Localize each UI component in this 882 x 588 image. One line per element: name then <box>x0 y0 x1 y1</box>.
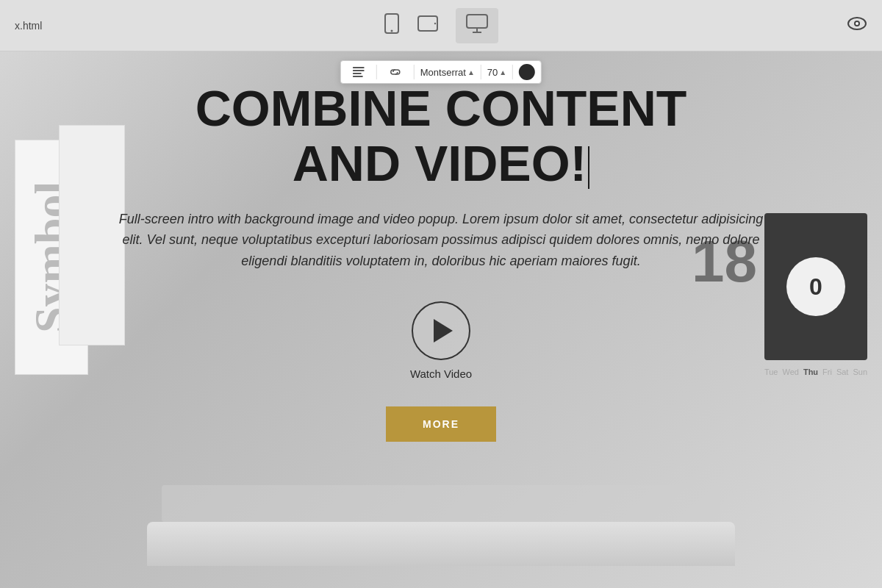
laptop-decoration <box>147 522 735 566</box>
font-name-label: Montserrat <box>420 67 466 78</box>
watch-video-label: Watch Video <box>410 368 472 380</box>
toolbar-divider-3 <box>481 65 481 79</box>
toolbar-divider-2 <box>414 65 415 79</box>
svg-point-9 <box>856 22 858 25</box>
hero-title-line1: COMBINE CONTENT <box>196 80 687 136</box>
hero-content: COMBINE CONTENT and VIDEO! Full-screen i… <box>0 81 882 442</box>
browser-device-icons <box>384 8 498 43</box>
hero-section: Symbol 18 0 Tue Wed Thu Fri Sat Sun <box>0 51 882 588</box>
browser-title: x.html <box>15 20 42 32</box>
more-button[interactable]: MORE <box>386 406 496 442</box>
text-cursor <box>588 146 589 189</box>
link-button[interactable] <box>383 64 408 80</box>
font-size-label: 70 <box>487 67 498 78</box>
eye-icon[interactable] <box>847 16 867 35</box>
font-selector[interactable]: Montserrat ▲ <box>420 67 475 78</box>
play-button[interactable] <box>412 301 470 360</box>
svg-rect-12 <box>353 73 362 74</box>
svg-rect-11 <box>353 70 365 71</box>
toolbar-divider-4 <box>512 65 513 79</box>
text-formatting-toolbar: Montserrat ▲ 70 ▲ <box>340 60 542 84</box>
size-arrow-icon: ▲ <box>499 68 506 76</box>
svg-rect-4 <box>467 15 487 28</box>
color-picker[interactable] <box>519 64 535 80</box>
toolbar-divider-1 <box>376 65 377 79</box>
hero-subtitle: Full-screen intro with background image … <box>110 209 772 272</box>
tablet-icon[interactable] <box>417 15 438 37</box>
font-arrow-icon: ▲ <box>467 68 475 76</box>
svg-rect-10 <box>353 67 365 68</box>
svg-point-3 <box>434 22 436 24</box>
svg-rect-13 <box>353 76 363 77</box>
align-button[interactable] <box>347 64 370 80</box>
mobile-icon[interactable] <box>384 13 400 38</box>
play-icon <box>434 319 453 343</box>
desktop-icon[interactable] <box>456 8 498 43</box>
svg-point-1 <box>391 29 393 32</box>
laptop-screen-decoration <box>162 485 720 522</box>
browser-bar: x.html <box>0 0 882 51</box>
font-size-selector[interactable]: 70 ▲ <box>487 67 506 78</box>
watch-video-container: Watch Video <box>29 301 853 380</box>
hero-title: COMBINE CONTENT and VIDEO! <box>29 81 853 191</box>
hero-title-line2: and VIDEO! <box>29 136 853 191</box>
